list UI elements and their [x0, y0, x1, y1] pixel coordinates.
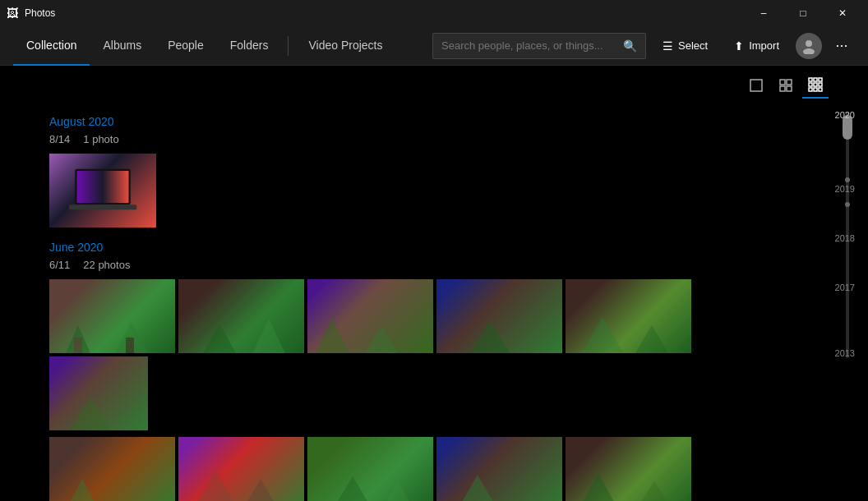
svg-rect-4	[787, 80, 792, 85]
tree-decor-r5	[566, 467, 691, 501]
content-area: August 2020 8/14 1 photo	[0, 102, 827, 501]
svg-rect-5	[780, 86, 785, 91]
close-button[interactable]: ✕	[824, 0, 861, 26]
svg-rect-8	[814, 78, 817, 81]
single-view-icon	[749, 78, 764, 93]
svg-marker-30	[70, 396, 111, 430]
svg-marker-29	[635, 325, 668, 353]
svg-point-1	[803, 48, 815, 54]
svg-marker-37	[578, 473, 619, 501]
maximize-button[interactable]: □	[784, 0, 822, 26]
svg-rect-14	[814, 88, 817, 91]
photo-treehouse-2[interactable]	[178, 279, 304, 353]
year-2018[interactable]: 2018	[835, 233, 855, 243]
svg-rect-21	[74, 338, 82, 353]
year-2013[interactable]: 2013	[835, 348, 855, 358]
svg-marker-38	[635, 481, 673, 501]
section-june-2020: June 2020 6/11 22 photos	[49, 241, 778, 501]
profile-icon	[801, 38, 817, 54]
tree-decor-r2	[178, 459, 304, 501]
photo-treehouse-1[interactable]	[49, 279, 175, 353]
photo-treehouse-r1[interactable]	[49, 437, 175, 501]
app-title: Photos	[25, 7, 55, 19]
select-button[interactable]: ☰ Select	[653, 33, 718, 59]
select-icon: ☰	[663, 39, 673, 53]
photo-treehouse-5[interactable]	[566, 279, 691, 353]
main-area: August 2020 8/14 1 photo	[0, 102, 868, 501]
tab-albums[interactable]: Albums	[90, 26, 155, 66]
august-count: 1 photo	[83, 133, 118, 145]
import-icon: ⬆	[734, 39, 744, 53]
profile-button[interactable]	[796, 33, 822, 59]
svg-rect-18	[69, 205, 137, 209]
svg-point-0	[806, 40, 812, 47]
search-icon: 🔍	[623, 39, 637, 53]
more-icon: ···	[835, 37, 847, 54]
svg-rect-15	[819, 88, 822, 91]
year-2017[interactable]: 2017	[835, 283, 855, 292]
svg-rect-10	[809, 83, 812, 86]
svg-marker-35	[381, 481, 414, 501]
view-small-grid-button[interactable]	[802, 72, 829, 99]
title-bar: 🖼 Photos – □ ✕	[0, 0, 868, 26]
photo-treehouse-3[interactable]	[307, 279, 433, 353]
photo-treehouse-r4[interactable]	[436, 437, 562, 501]
nav-divider	[288, 36, 289, 56]
tab-folders[interactable]: Folders	[217, 26, 282, 66]
svg-rect-3	[780, 80, 785, 85]
svg-rect-7	[809, 78, 812, 81]
medium-grid-icon	[778, 78, 793, 93]
june-2020-info: 6/11 22 photos	[49, 259, 778, 271]
tree-decor-6	[49, 386, 148, 430]
svg-marker-34	[332, 476, 373, 501]
june-photo-row-2	[49, 437, 778, 501]
svg-rect-12	[819, 83, 822, 86]
year-2019[interactable]: 2019	[835, 184, 855, 194]
june-2020-label[interactable]: June 2020	[49, 241, 778, 254]
tree-decor-r4	[436, 467, 562, 501]
august-date: 8/14	[49, 133, 70, 145]
june-date: 6/11	[49, 259, 70, 271]
laptop-image	[66, 162, 140, 219]
august-2020-label[interactable]: August 2020	[49, 115, 778, 128]
app-icon: 🖼	[7, 7, 18, 20]
minimize-button[interactable]: –	[745, 0, 783, 26]
tree-decor-3	[307, 309, 433, 353]
svg-marker-36	[457, 475, 498, 501]
august-photo-grid	[49, 154, 778, 228]
search-input[interactable]	[441, 39, 616, 52]
photo-treehouse-r3[interactable]	[307, 437, 433, 501]
svg-rect-17	[77, 171, 129, 203]
svg-marker-26	[365, 325, 398, 353]
timeline-dot-1	[845, 177, 850, 182]
tab-video-projects[interactable]: Video Projects	[295, 26, 395, 66]
photo-laptop[interactable]	[49, 154, 156, 228]
import-button[interactable]: ⬆ Import	[724, 33, 789, 59]
tree-decor-4	[436, 309, 562, 353]
june-photo-row-1	[49, 279, 778, 430]
svg-marker-24	[252, 319, 285, 353]
view-single-button[interactable]	[743, 72, 769, 99]
tree-decor-5	[566, 309, 691, 353]
search-box[interactable]: 🔍	[432, 33, 646, 59]
year-2020[interactable]: 2020	[835, 110, 855, 120]
svg-marker-25	[316, 317, 349, 353]
more-button[interactable]: ···	[829, 33, 855, 59]
title-bar-left: 🖼 Photos	[7, 7, 55, 20]
photo-treehouse-4[interactable]	[436, 279, 562, 353]
tree-decor-2	[178, 309, 304, 353]
timeline-dot-2	[845, 202, 850, 207]
photo-treehouse-r2[interactable]	[178, 437, 304, 501]
title-bar-controls: – □ ✕	[745, 0, 861, 26]
svg-rect-6	[787, 86, 792, 91]
photo-treehouse-r5[interactable]	[566, 437, 691, 501]
svg-rect-9	[819, 78, 822, 81]
svg-rect-22	[126, 338, 134, 353]
section-august-2020: August 2020 8/14 1 photo	[49, 115, 778, 228]
tab-people[interactable]: People	[155, 26, 217, 66]
photo-treehouse-6[interactable]	[49, 356, 148, 430]
view-medium-grid-button[interactable]	[773, 72, 799, 99]
timeline-sidebar: 2020 2019 2018 2017 2013	[827, 102, 868, 501]
svg-marker-31	[66, 479, 99, 501]
tab-collection[interactable]: Collection	[13, 26, 90, 66]
